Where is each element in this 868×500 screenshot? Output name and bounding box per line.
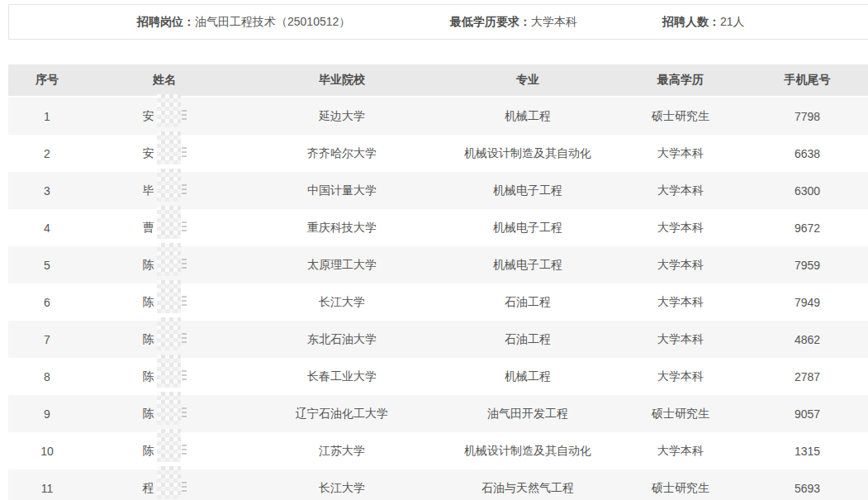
masked-char-remnant [182, 482, 187, 493]
cell-index: 8 [8, 370, 86, 383]
cell-school: 东北石油大学 [243, 332, 441, 347]
cell-name: 陈 [86, 435, 243, 468]
masked-char-remnant [182, 110, 187, 121]
surname-text: 程 [143, 481, 154, 496]
cell-major: 机械工程 [441, 369, 614, 384]
pixelation-mask [157, 206, 181, 239]
info-item-position: 招聘岗位： 油气田工程技术（25010512） [137, 15, 450, 30]
cell-school: 中国计量大学 [243, 183, 441, 198]
cell-school: 齐齐哈尔大学 [243, 146, 441, 161]
cell-phone: 7959 [747, 259, 868, 272]
table-row: 1 安 延边大学 机械工程 硕士研究生 7798 [8, 98, 868, 135]
column-header-name: 姓名 [86, 73, 243, 88]
pixelation-mask [157, 355, 181, 388]
cell-degree: 大学本科 [614, 146, 747, 161]
headcount-label: 招聘人数： [662, 15, 720, 30]
surname-text: 陈 [143, 258, 154, 273]
surname-text: 安 [143, 146, 154, 161]
cell-name: 陈 [86, 360, 243, 393]
cell-name: 曹 [86, 212, 243, 245]
table-row: 5 陈 太原理工大学 机械电子工程 大学本科 7959 [8, 246, 868, 283]
table-row: 4 曹 重庆科技大学 机械电子工程 大学本科 9672 [8, 209, 868, 246]
table-row: 8 陈 长春工业大学 机械工程 大学本科 2787 [8, 358, 868, 395]
cell-index: 3 [8, 184, 86, 198]
surname-text: 陈 [143, 295, 154, 310]
cell-school: 重庆科技大学 [243, 221, 441, 236]
cell-index: 5 [8, 259, 86, 272]
cell-index: 2 [8, 147, 86, 160]
cell-index: 10 [8, 445, 86, 458]
cell-name: 安 [86, 100, 243, 133]
surname-text: 陈 [143, 407, 154, 421]
cell-phone: 7949 [747, 296, 868, 309]
min-education-value: 大学本科 [531, 15, 577, 30]
cell-degree: 大学本科 [614, 221, 747, 236]
cell-school: 长江大学 [243, 481, 441, 496]
cell-index: 9 [8, 407, 86, 421]
pixelation-mask [157, 243, 181, 276]
cell-index: 11 [8, 482, 86, 495]
masked-char-remnant [182, 445, 187, 456]
cell-major: 机械电子工程 [441, 221, 614, 236]
cell-phone: 4862 [747, 333, 868, 346]
recruitment-applicant-page: 招聘岗位： 油气田工程技术（25010512） 最低学历要求： 大学本科 招聘人… [0, 0, 868, 500]
masked-char-remnant [182, 259, 187, 270]
cell-degree: 硕士研究生 [614, 109, 747, 124]
info-item-headcount: 招聘人数： 21人 [662, 15, 745, 30]
cell-phone: 9057 [747, 407, 868, 421]
cell-phone: 6638 [747, 147, 868, 160]
cell-name: 毕 [86, 174, 243, 207]
cell-phone: 5693 [747, 482, 868, 495]
cell-degree: 硕士研究生 [614, 407, 747, 421]
info-item-min-education: 最低学历要求： 大学本科 [450, 15, 662, 30]
cell-degree: 大学本科 [614, 258, 747, 273]
cell-phone: 2787 [747, 370, 868, 383]
surname-text: 陈 [143, 332, 154, 347]
surname-text: 毕 [143, 183, 154, 198]
column-header-phone: 手机尾号 [747, 73, 868, 88]
pixelation-mask [157, 392, 181, 425]
table-row: 6 陈 长江大学 石油工程 大学本科 7949 [8, 283, 868, 321]
column-header-degree: 最高学历 [614, 73, 747, 88]
cell-major: 机械工程 [441, 109, 614, 124]
table-body: 1 安 延边大学 机械工程 硕士研究生 7798 2 安 齐齐哈尔大学 机械设计… [8, 98, 868, 500]
cell-name: 陈 [86, 323, 243, 356]
pixelation-mask [157, 317, 181, 350]
masked-char-remnant [182, 407, 187, 419]
cell-name: 陈 [86, 398, 243, 431]
table-header-row: 序号 姓名 毕业院校 专业 最高学历 手机尾号 [8, 64, 868, 98]
cell-degree: 大学本科 [614, 183, 747, 198]
masked-char-remnant [182, 370, 187, 382]
position-value: 油气田工程技术（25010512） [195, 15, 350, 30]
cell-index: 4 [8, 221, 86, 235]
cell-major: 机械电子工程 [441, 183, 614, 198]
table-row: 2 安 齐齐哈尔大学 机械设计制造及其自动化 大学本科 6638 [8, 135, 868, 172]
cell-major: 机械设计制造及其自动化 [441, 444, 614, 459]
cell-school: 长春工业大学 [243, 369, 441, 384]
cell-degree: 大学本科 [614, 369, 747, 384]
cell-major: 石油工程 [441, 295, 614, 310]
min-education-label: 最低学历要求： [450, 15, 531, 30]
masked-char-remnant [182, 221, 187, 233]
cell-major: 石油与天然气工程 [441, 481, 614, 496]
surname-text: 陈 [143, 444, 154, 459]
pixelation-mask [157, 131, 181, 164]
table-row: 7 陈 东北石油大学 石油工程 大学本科 4862 [8, 321, 868, 358]
cell-index: 7 [8, 333, 86, 346]
pixelation-mask [157, 466, 181, 499]
table-row: 10 陈 江苏大学 机械设计制造及其自动化 大学本科 1315 [8, 432, 868, 469]
cell-school: 长江大学 [243, 295, 441, 310]
surname-text: 陈 [143, 369, 154, 384]
masked-char-remnant [182, 147, 187, 159]
cell-school: 辽宁石油化工大学 [243, 407, 441, 421]
table-row: 9 陈 辽宁石油化工大学 油气田开发工程 硕士研究生 9057 [8, 395, 868, 432]
cell-school: 延边大学 [243, 109, 441, 124]
cell-phone: 9672 [747, 221, 868, 235]
cell-major: 石油工程 [441, 332, 614, 347]
applicant-table: 序号 姓名 毕业院校 专业 最高学历 手机尾号 1 安 延边大学 机械工程 硕士… [8, 64, 868, 500]
cell-index: 6 [8, 296, 86, 309]
column-header-school: 毕业院校 [243, 73, 441, 88]
cell-major: 机械电子工程 [441, 258, 614, 273]
masked-char-remnant [182, 184, 187, 196]
masked-char-remnant [182, 296, 187, 307]
